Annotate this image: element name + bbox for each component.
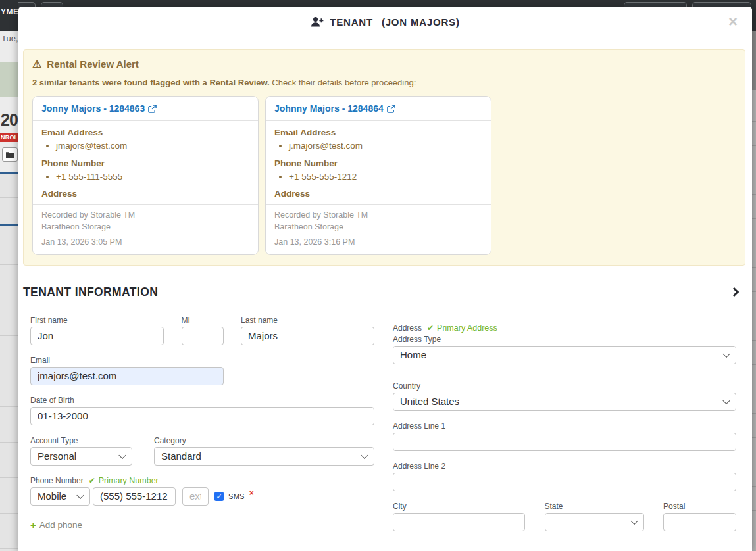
modal-title: TENANT (JON MAJORS) bbox=[311, 16, 459, 28]
background-date-text: Tue, bbox=[1, 34, 18, 43]
postal-label: Postal bbox=[663, 502, 736, 511]
address-line1-label: Address Line 1 bbox=[393, 421, 736, 431]
add-address-link[interactable]: + Add Address bbox=[393, 549, 449, 551]
similar-tenant-cards: Jonny Majors - 1284863 Email Address jma bbox=[32, 96, 734, 255]
phone-type-select[interactable]: Mobile bbox=[30, 487, 90, 506]
folder-icon bbox=[6, 151, 14, 158]
external-link-icon bbox=[148, 105, 157, 113]
check-icon: ✔ bbox=[89, 476, 95, 485]
facility-name: Baratheon Storage bbox=[274, 222, 482, 233]
mi-input[interactable] bbox=[182, 327, 224, 345]
email-label: Email bbox=[30, 356, 224, 365]
address-line1-input[interactable] bbox=[393, 433, 736, 451]
add-phone-text: Add phone bbox=[39, 520, 82, 530]
tenant-link-text: Johnny Majors - 1284864 bbox=[274, 103, 384, 114]
primary-address-text: Primary Address bbox=[437, 323, 497, 333]
alert-message-bold: 2 similar tenants were found flagged wit… bbox=[32, 78, 270, 87]
section-title: TENANT INFORMATION bbox=[23, 285, 158, 299]
background-status-badge: NROL bbox=[0, 133, 18, 142]
background-panel-right bbox=[752, 31, 756, 90]
card-address-value: 123 Main, Testcity, AL 66210, United Sta… bbox=[56, 201, 249, 204]
tenant-card-header: Johnny Majors - 1284864 bbox=[266, 97, 491, 121]
tenant-link[interactable]: Johnny Majors - 1284864 bbox=[274, 103, 395, 114]
last-name-input[interactable] bbox=[241, 327, 374, 345]
form-left-column: First name MI Last name Ema bbox=[30, 316, 374, 551]
phone-number-label: Phone Number bbox=[30, 476, 84, 485]
background-right-strip bbox=[752, 0, 756, 551]
state-select[interactable] bbox=[545, 513, 644, 531]
tenant-card-footer: Recorded by Storable TM Baratheon Storag… bbox=[33, 204, 258, 254]
tenant-information-form: First name MI Last name Ema bbox=[23, 306, 745, 551]
modal-subtitle-text: (JON MAJORS) bbox=[382, 16, 460, 28]
first-name-label: First name bbox=[30, 316, 164, 325]
form-right-column: Address ✔ Primary Address Address Type H… bbox=[393, 316, 736, 551]
country-label: Country bbox=[393, 381, 736, 391]
background-highlight-row bbox=[0, 62, 18, 97]
check-icon: ✔ bbox=[427, 323, 434, 333]
card-address-label: Address bbox=[274, 189, 482, 199]
city-input[interactable] bbox=[393, 513, 525, 531]
country-select[interactable]: United States bbox=[393, 393, 736, 411]
tenant-card-body: Email Address j.majors@test.com Phone Nu… bbox=[266, 121, 491, 204]
postal-input[interactable] bbox=[663, 513, 736, 531]
add-phone-link[interactable]: + Add phone bbox=[30, 519, 82, 531]
plus-icon: + bbox=[393, 549, 399, 551]
category-select[interactable]: Standard bbox=[154, 447, 374, 466]
account-type-select[interactable]: Personal bbox=[30, 447, 132, 466]
chevron-right-icon[interactable] bbox=[730, 287, 739, 297]
sms-checkbox[interactable]: ✓ bbox=[214, 492, 224, 501]
primary-number-text: Primary Number bbox=[99, 476, 159, 485]
dob-input[interactable] bbox=[30, 407, 374, 425]
phone-number-input[interactable] bbox=[93, 487, 176, 506]
tenant-modal: TENANT (JON MAJORS) × ⚠ Rental Review Al… bbox=[18, 7, 752, 551]
tenant-card-header: Jonny Majors - 1284863 bbox=[33, 97, 258, 121]
background-tab-label: YME bbox=[1, 7, 18, 16]
background-unit-number: 207 bbox=[1, 110, 18, 130]
email-input[interactable] bbox=[30, 367, 224, 385]
rental-review-alert: ⚠ Rental Review Alert 2 similar tenants … bbox=[23, 49, 745, 266]
address-line2-input[interactable] bbox=[393, 473, 736, 491]
folder-button bbox=[2, 147, 18, 162]
tenant-card: Johnny Majors - 1284864 Email Address j. bbox=[265, 96, 491, 255]
first-name-input[interactable] bbox=[30, 327, 164, 345]
background-table-rows bbox=[0, 172, 18, 551]
recorded-by: Recorded by Storable TM bbox=[274, 210, 482, 222]
modal-title-text: TENANT bbox=[330, 16, 373, 28]
alert-message-rest: Check their details before proceeding: bbox=[270, 78, 416, 87]
card-email-value: jmajors@test.com bbox=[56, 139, 249, 153]
card-phone-value: +1 555-111-5555 bbox=[56, 170, 249, 183]
external-link-icon bbox=[387, 105, 395, 113]
address-label: Address bbox=[393, 323, 422, 333]
alert-title: ⚠ Rental Review Alert bbox=[32, 58, 734, 70]
tenant-information-header: TENANT INFORMATION bbox=[23, 285, 745, 306]
card-phone-value: +1 555-555-1212 bbox=[289, 170, 482, 183]
person-plus-icon bbox=[311, 16, 324, 27]
plus-icon: + bbox=[30, 519, 36, 531]
card-email-label: Email Address bbox=[274, 128, 482, 137]
mi-label: MI bbox=[182, 316, 224, 325]
alert-message: 2 similar tenants were found flagged wit… bbox=[32, 78, 734, 87]
background-left-strip: YME Tue, 207 NROL bbox=[0, 0, 18, 551]
tenant-card-body: Email Address jmajors@test.com Phone Num… bbox=[33, 121, 258, 204]
tenant-link-text: Jonny Majors - 1284863 bbox=[41, 103, 145, 114]
card-address-label: Address bbox=[41, 189, 249, 199]
close-icon[interactable]: × bbox=[728, 14, 738, 29]
city-label: City bbox=[393, 502, 525, 511]
app-background: YME Tue, 207 NROL bbox=[0, 0, 756, 551]
modal-header: TENANT (JON MAJORS) × bbox=[18, 7, 752, 37]
warning-icon: ⚠ bbox=[32, 58, 41, 70]
facility-name: Baratheon Storage bbox=[41, 222, 249, 233]
address-type-select[interactable]: Home bbox=[393, 346, 736, 364]
remove-phone-icon[interactable]: × bbox=[249, 489, 254, 498]
address-type-label: Address Type bbox=[393, 335, 736, 344]
recorded-by: Recorded by Storable TM bbox=[41, 210, 249, 222]
card-address-value: 999 Home St, Greenville, AZ 10200, Unite… bbox=[289, 201, 482, 204]
tenant-link[interactable]: Jonny Majors - 1284863 bbox=[41, 103, 157, 114]
address-line2-label: Address Line 2 bbox=[393, 462, 736, 471]
modal-content: ⚠ Rental Review Alert 2 similar tenants … bbox=[18, 37, 752, 551]
account-type-label: Account Type bbox=[30, 436, 132, 445]
alert-title-text: Rental Review Alert bbox=[47, 59, 139, 70]
dob-label: Date of Birth bbox=[30, 396, 374, 405]
phone-ext-input[interactable] bbox=[182, 487, 209, 506]
recorded-timestamp: Jan 13, 2026 3:16 PM bbox=[274, 237, 482, 249]
